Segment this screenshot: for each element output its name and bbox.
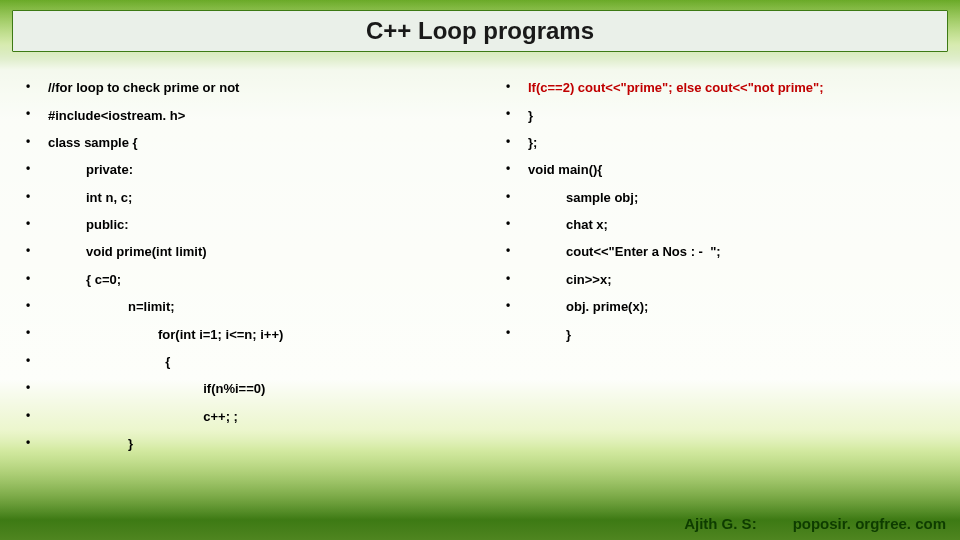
left-column: //for loop to check prime or not#include…: [0, 68, 480, 494]
bullet-item: #include<iostream. h>: [0, 101, 470, 128]
right-bullet-list: If(c==2) cout<<"prime"; else cout<<"not …: [480, 74, 950, 348]
bullet-item: c++; ;: [0, 403, 470, 430]
bullet-item: If(c==2) cout<<"prime"; else cout<<"not …: [480, 74, 950, 101]
title-bar: C++ Loop programs: [12, 10, 948, 52]
bullet-item: //for loop to check prime or not: [0, 74, 470, 101]
right-column: If(c==2) cout<<"prime"; else cout<<"not …: [480, 68, 960, 494]
bullet-item: class sample {: [0, 129, 470, 156]
bullet-item: cin>>x;: [480, 266, 950, 293]
slide: C++ Loop programs //for loop to check pr…: [0, 0, 960, 540]
bullet-item: }: [480, 101, 950, 128]
footer: Ajith G. S: poposir. orgfree. com: [0, 512, 946, 534]
bullet-item: cout<<"Enter a Nos : - ";: [480, 238, 950, 265]
bullet-item: obj. prime(x);: [480, 293, 950, 320]
bullet-item: public:: [0, 211, 470, 238]
bullet-item: { c=0;: [0, 266, 470, 293]
bullet-item: };: [480, 129, 950, 156]
left-bullet-list: //for loop to check prime or not#include…: [0, 74, 470, 457]
slide-title: C++ Loop programs: [366, 17, 594, 45]
bullet-item: if(n%i==0): [0, 375, 470, 402]
bullet-item: }: [480, 320, 950, 347]
bullet-item: private:: [0, 156, 470, 183]
bullet-item: void prime(int limit): [0, 238, 470, 265]
bullet-item: void main(){: [480, 156, 950, 183]
footer-author: Ajith G. S:: [684, 515, 757, 532]
bullet-item: }: [0, 430, 470, 457]
bullet-item: int n, c;: [0, 184, 470, 211]
footer-site: poposir. orgfree. com: [793, 515, 946, 532]
bullet-item: sample obj;: [480, 184, 950, 211]
content-columns: //for loop to check prime or not#include…: [0, 68, 960, 494]
bullet-item: chat x;: [480, 211, 950, 238]
bullet-item: {: [0, 348, 470, 375]
bullet-item: n=limit;: [0, 293, 470, 320]
bullet-item: for(int i=1; i<=n; i++): [0, 320, 470, 347]
